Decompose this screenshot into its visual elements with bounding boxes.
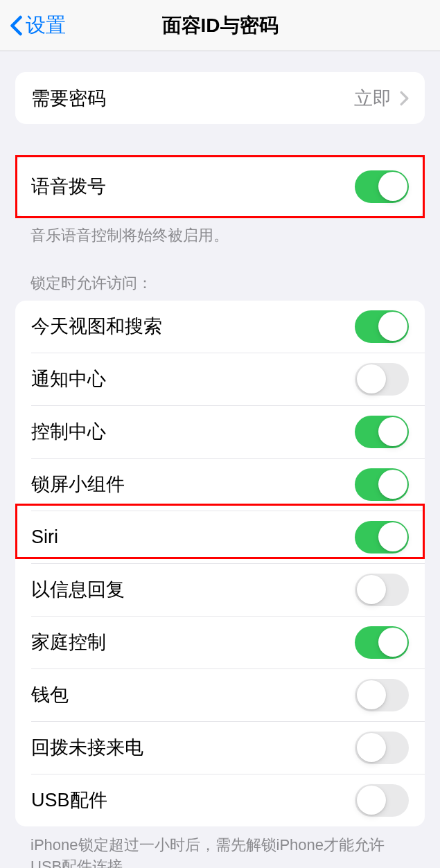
lock-access-row: USB配件: [15, 774, 425, 826]
lock-access-toggle[interactable]: [355, 626, 409, 659]
group-lock-access: 今天视图和搜索通知中心控制中心锁屏小组件Siri以信息回复家庭控制钱包回拨未接来…: [15, 301, 425, 826]
chevron-right-icon: [400, 91, 409, 106]
group-require-passcode: 需要密码 立即: [15, 72, 425, 124]
voice-dial-label: 语音拨号: [31, 174, 106, 199]
lock-access-label: 今天视图和搜索: [31, 314, 162, 339]
toggle-knob: [378, 522, 407, 551]
nav-header: 设置 面容ID与密码: [0, 0, 440, 51]
lock-access-row: 以信息回复: [15, 564, 425, 616]
lock-access-label: 锁屏小组件: [31, 472, 125, 497]
row-require-passcode[interactable]: 需要密码 立即: [15, 72, 425, 124]
lock-access-label: 回拨未接来电: [31, 735, 143, 760]
require-passcode-label: 需要密码: [31, 86, 106, 111]
toggle-knob: [357, 680, 386, 709]
lock-access-toggle[interactable]: [355, 679, 409, 711]
group-voice-dial: 语音拨号: [15, 156, 425, 217]
lock-access-toggle[interactable]: [355, 416, 409, 448]
lock-access-row: 锁屏小组件: [15, 459, 425, 511]
row-voice-dial: 语音拨号: [15, 156, 425, 217]
toggle-knob: [357, 575, 386, 604]
toggle-knob: [378, 312, 407, 341]
content: 需要密码 立即 语音拨号 音乐语音控制将始终被启用。 锁定时允许访问： 今天视图…: [0, 72, 440, 868]
back-button[interactable]: 设置: [0, 12, 66, 39]
toggle-knob: [357, 733, 386, 762]
lock-access-row: 通知中心: [15, 353, 425, 405]
toggle-knob: [378, 172, 407, 201]
lock-access-row: Siri: [15, 511, 425, 563]
lock-access-row: 钱包: [15, 669, 425, 721]
lock-access-toggle[interactable]: [355, 310, 409, 343]
voice-dial-toggle[interactable]: [355, 170, 409, 203]
lock-access-header: 锁定时允许访问：: [30, 273, 410, 294]
lock-access-toggle[interactable]: [355, 521, 409, 553]
lock-access-toggle[interactable]: [355, 784, 409, 817]
toggle-knob: [378, 417, 407, 446]
toggle-knob: [378, 628, 407, 657]
lock-access-row: 今天视图和搜索: [15, 301, 425, 353]
page-title: 面容ID与密码: [162, 12, 279, 39]
toggle-knob: [378, 470, 407, 499]
lock-access-row: 回拨未接来电: [15, 722, 425, 774]
back-label: 设置: [26, 12, 66, 39]
lock-access-toggle[interactable]: [355, 363, 409, 396]
toggle-knob: [357, 364, 386, 393]
lock-access-label: Siri: [31, 526, 58, 548]
lock-access-row: 家庭控制: [15, 617, 425, 668]
lock-access-label: 家庭控制: [31, 630, 106, 655]
lock-access-label: 控制中心: [31, 419, 106, 444]
lock-access-toggle[interactable]: [355, 468, 409, 501]
lock-access-toggle[interactable]: [355, 574, 409, 606]
lock-access-label: USB配件: [31, 788, 107, 813]
lock-access-footnote: iPhone锁定超过一小时后，需先解锁iPhone才能允许USB配件连接。: [30, 835, 410, 868]
toggle-knob: [357, 786, 386, 815]
require-passcode-value: 立即: [354, 86, 391, 111]
lock-access-label: 以信息回复: [31, 577, 125, 602]
lock-access-label: 通知中心: [31, 366, 106, 391]
chevron-left-icon: [10, 15, 23, 36]
lock-access-label: 钱包: [31, 682, 69, 707]
lock-access-row: 控制中心: [15, 406, 425, 458]
lock-access-toggle[interactable]: [355, 732, 409, 764]
voice-dial-footnote: 音乐语音控制将始终被启用。: [30, 225, 410, 247]
